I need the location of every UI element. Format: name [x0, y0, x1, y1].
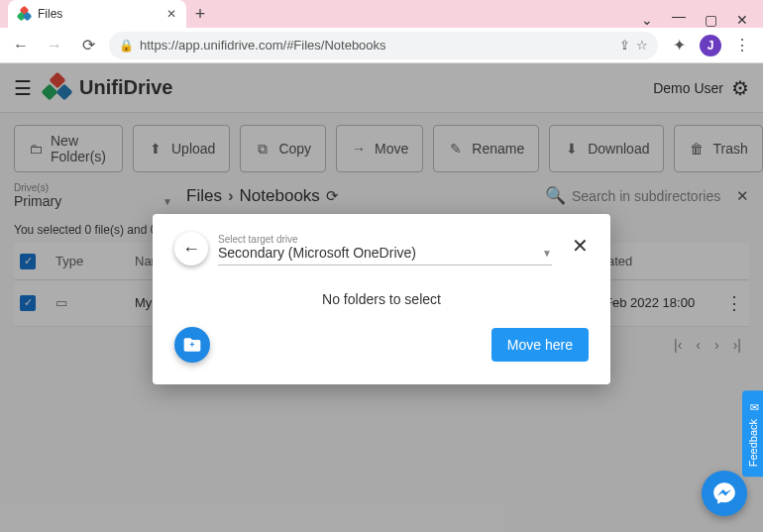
tab-close-icon[interactable]: ✕	[166, 7, 176, 21]
browser-titlebar: Files ✕ + ⌄ — ▢ ✕	[0, 0, 763, 28]
lock-icon: 🔒	[119, 39, 134, 53]
feedback-label: Feedback	[747, 419, 759, 467]
window-controls: ⌄ — ▢ ✕	[626, 12, 763, 28]
extensions-icon[interactable]: ✦	[666, 33, 692, 58]
svg-text:+: +	[189, 340, 194, 350]
folder-plus-icon: +	[182, 335, 202, 355]
dialog-back-button[interactable]: ←	[174, 232, 208, 266]
star-icon[interactable]: ☆	[636, 38, 648, 53]
dialog-close-icon[interactable]: ✕	[572, 234, 589, 258]
close-window-icon[interactable]: ✕	[735, 12, 749, 28]
chevron-down-icon: ▼	[542, 248, 552, 259]
browser-menu-icon[interactable]: ⋮	[729, 33, 755, 58]
share-icon[interactable]: ⇪	[619, 38, 630, 53]
move-dialog: ← Select target drive Secondary (Microso…	[153, 214, 610, 384]
url-field[interactable]: 🔒 https://app.unifidrive.com/#Files/Note…	[109, 32, 658, 59]
new-folder-fab[interactable]: +	[174, 327, 210, 363]
chat-fab[interactable]	[702, 471, 747, 516]
forward-icon[interactable]: →	[42, 33, 67, 58]
browser-tab[interactable]: Files ✕	[8, 0, 186, 28]
move-here-button[interactable]: Move here	[491, 328, 589, 362]
messenger-icon	[711, 480, 737, 506]
maximize-icon[interactable]: ▢	[704, 12, 717, 28]
target-drive-label: Select target drive	[218, 234, 552, 245]
back-icon[interactable]: ←	[8, 33, 34, 58]
chevron-down-icon[interactable]: ⌄	[640, 12, 654, 28]
target-drive-selector[interactable]: Select target drive Secondary (Microsoft…	[218, 234, 552, 266]
favicon-icon	[18, 7, 32, 21]
target-drive-value: Secondary (Microsoft OneDrive)	[218, 245, 416, 261]
minimize-icon[interactable]: —	[672, 8, 686, 24]
feedback-tab[interactable]: Feedback ✉	[742, 390, 763, 477]
profile-avatar[interactable]: J	[700, 35, 721, 56]
reload-icon[interactable]: ⟳	[75, 33, 101, 58]
browser-address-bar: ← → ⟳ 🔒 https://app.unifidrive.com/#File…	[0, 28, 763, 63]
dialog-empty-text: No folders to select	[174, 291, 589, 307]
url-text: https://app.unifidrive.com/#Files/Notebo…	[140, 38, 386, 53]
tab-title: Files	[38, 7, 62, 21]
feedback-icon: ✉	[746, 400, 759, 413]
new-tab-button[interactable]: +	[186, 0, 214, 28]
